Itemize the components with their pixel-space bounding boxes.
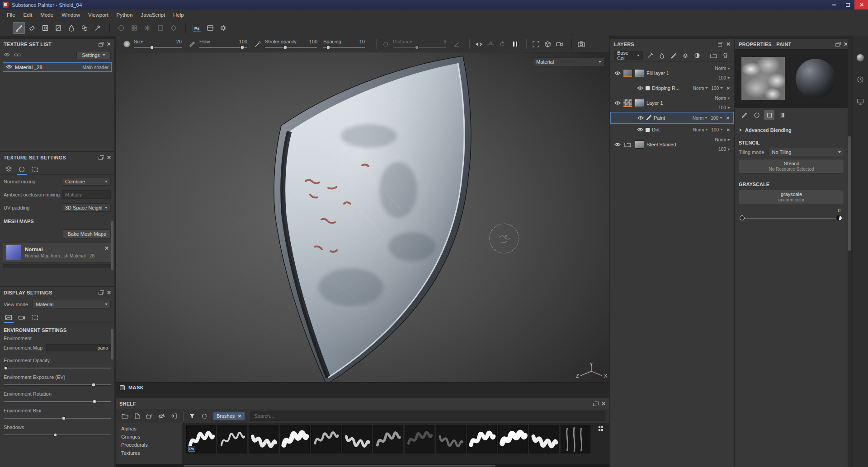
import-resources-icon[interactable] <box>168 411 179 421</box>
grayscale-slider[interactable] <box>740 215 842 222</box>
history-clock-icon[interactable] <box>857 76 864 84</box>
shadows-slider[interactable] <box>4 433 111 437</box>
layer-name[interactable]: Fill layer 1 <box>646 70 713 76</box>
texture-set-settings-dropdown[interactable]: Settings <box>76 51 111 59</box>
brush-thumbnail[interactable] <box>311 425 341 453</box>
link-icon[interactable] <box>14 52 21 58</box>
opacity-dropdown[interactable]: 100 <box>711 127 723 132</box>
lazy-mouse-icon[interactable] <box>141 22 153 34</box>
opacity-dropdown[interactable]: 100 <box>718 147 730 152</box>
pause-engine-button[interactable] <box>513 42 517 47</box>
tab-material-icon[interactable] <box>16 164 28 174</box>
material-picker-tool[interactable] <box>91 22 104 34</box>
environment-exposure-slider[interactable] <box>4 383 111 387</box>
close-panel-icon[interactable] <box>726 42 730 46</box>
environment-map-field[interactable]: pano <box>46 344 111 351</box>
tab-environment-icon[interactable] <box>3 312 14 322</box>
menu-edit[interactable]: Edit <box>19 9 37 20</box>
iray-window-icon[interactable] <box>204 22 216 34</box>
gradient-mode-icon[interactable] <box>777 110 787 120</box>
group-folder-icon[interactable] <box>623 140 632 149</box>
symmetry-icon[interactable] <box>115 22 127 34</box>
blend-mode-dropdown[interactable]: Norm <box>715 137 730 142</box>
size-value[interactable]: 20 <box>176 39 182 44</box>
layer-mask-thumbnail[interactable] <box>635 69 644 77</box>
close-panel-icon[interactable] <box>107 155 111 159</box>
shelf-category-procedurals[interactable]: Procedurals <box>116 441 182 449</box>
projection-tool[interactable] <box>39 22 51 34</box>
undock-icon[interactable] <box>593 403 597 406</box>
brush-size-control[interactable]: Size20 <box>134 39 182 50</box>
brush-thumbnail[interactable] <box>249 425 278 453</box>
spacing-control[interactable]: Spacing10 <box>323 39 365 50</box>
smudge-tool[interactable] <box>65 22 77 34</box>
texture-set-item-material-28[interactable]: Material _28 Main shader <box>3 62 112 72</box>
brush-thumbnail[interactable] <box>436 425 466 453</box>
delete-layer-trash-icon[interactable] <box>721 51 730 60</box>
stroke-opacity-control[interactable]: Stroke opacity100 <box>265 39 317 50</box>
brush-thumbnail[interactable] <box>280 425 310 453</box>
layer-row-layer-1[interactable]: Layer 1 Norm 100 <box>610 94 734 112</box>
follow-path-icon[interactable] <box>381 40 390 49</box>
remove-effect-icon[interactable] <box>726 116 729 119</box>
menu-javascript[interactable]: JavaScript <box>137 9 169 20</box>
filter-circle-icon[interactable] <box>199 411 210 421</box>
size-slider[interactable] <box>134 45 182 50</box>
brush-settings-icon[interactable] <box>739 110 749 120</box>
visibility-eye-icon[interactable] <box>637 127 643 132</box>
spacing-value[interactable]: 10 <box>359 39 365 44</box>
effect-name[interactable]: Dripping R... <box>652 85 691 91</box>
properties-scrollbar[interactable] <box>848 39 851 467</box>
blend-mode-dropdown[interactable]: Norm <box>715 66 730 71</box>
menu-file[interactable]: File <box>3 9 19 20</box>
shelf-horizontal-scrollbar[interactable] <box>116 464 609 467</box>
layer-content-thumbnail[interactable] <box>623 69 632 77</box>
grayscale-mode-icon[interactable] <box>764 110 774 120</box>
opacity-dropdown[interactable]: 100 <box>718 105 730 110</box>
advanced-blending-row[interactable]: Advanced Blending <box>740 127 843 133</box>
layer-content-thumbnail[interactable] <box>623 99 632 107</box>
environment-blur-slider[interactable] <box>4 416 111 420</box>
visibility-eye-icon[interactable] <box>614 142 621 147</box>
add-smart-material-icon[interactable] <box>680 51 690 60</box>
close-panel-icon[interactable] <box>107 290 111 294</box>
layer-mask-thumbnail[interactable] <box>635 99 644 107</box>
visibility-all-icon[interactable] <box>4 52 10 58</box>
undock-icon[interactable] <box>718 43 722 47</box>
screenshot-camera-icon[interactable] <box>577 40 586 49</box>
remove-mesh-map-icon[interactable] <box>104 246 108 250</box>
blend-mode-dropdown[interactable]: Norm <box>693 116 708 121</box>
mesh-map-normal-item[interactable]: Normal Normal Map from...sh Material _28 <box>3 242 112 263</box>
mask-bar[interactable]: MASK <box>116 382 609 392</box>
environment-opacity-slider[interactable] <box>4 366 111 370</box>
maximize-button[interactable] <box>841 0 854 9</box>
layer-name[interactable]: Steel Stained <box>646 142 713 147</box>
photoshop-export-icon[interactable]: Ps <box>191 22 203 34</box>
viewport-shading-dropdown[interactable]: Material <box>533 57 604 66</box>
view-mode-dropdown[interactable]: Material <box>33 300 111 308</box>
visibility-eye-icon[interactable] <box>614 101 621 105</box>
close-panel-icon[interactable] <box>601 402 605 406</box>
menu-help[interactable]: Help <box>169 9 188 20</box>
shelf-search-input[interactable] <box>250 411 605 421</box>
frame-view-icon[interactable] <box>531 40 540 49</box>
brush-thumbnail[interactable] <box>467 425 497 453</box>
scrollbar-thumb[interactable] <box>111 329 113 360</box>
clone-tool[interactable] <box>78 22 90 34</box>
add-mask-icon[interactable] <box>692 51 702 60</box>
stroke-opacity-slider[interactable] <box>265 45 317 50</box>
camera-projection-icon[interactable] <box>555 40 564 49</box>
pen-pressure-size-icon[interactable] <box>188 40 197 49</box>
mirror-horizontal-icon[interactable] <box>474 40 483 49</box>
brush-thumbnail[interactable] <box>561 425 590 453</box>
layer-content-thumbnail[interactable] <box>635 140 644 149</box>
close-button[interactable] <box>854 0 868 9</box>
stroke-opacity-value[interactable]: 100 <box>309 39 317 44</box>
environment-rotation-slider[interactable] <box>4 399 111 404</box>
pen-pressure-flow-icon[interactable] <box>253 40 262 49</box>
remove-effect-icon[interactable] <box>726 86 730 89</box>
undock-icon[interactable] <box>99 157 103 160</box>
stencil-mode-icon[interactable] <box>154 22 166 34</box>
grayscale-preview-knob[interactable] <box>836 215 842 221</box>
undock-icon[interactable] <box>99 292 103 295</box>
